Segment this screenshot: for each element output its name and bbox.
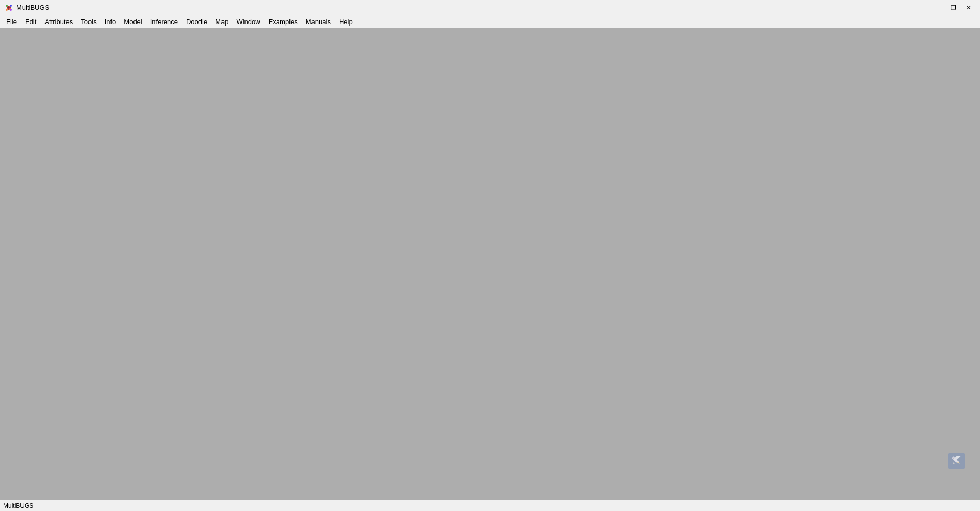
menu-item-doodle[interactable]: Doodle: [182, 16, 211, 27]
status-text: MultiBUGS: [3, 502, 33, 509]
menu-item-map[interactable]: Map: [211, 16, 232, 27]
app-title: MultiBUGS: [16, 4, 49, 11]
status-bar: MultiBUGS: [0, 500, 980, 511]
menu-item-manuals[interactable]: Manuals: [302, 16, 335, 27]
menu-item-file[interactable]: File: [2, 16, 21, 27]
menu-item-attributes[interactable]: Attributes: [40, 16, 77, 27]
main-content: [0, 28, 980, 500]
svg-point-3: [6, 9, 8, 11]
menu-item-examples[interactable]: Examples: [264, 16, 302, 27]
menu-item-tools[interactable]: Tools: [77, 16, 100, 27]
restore-button[interactable]: ❐: [946, 2, 961, 13]
app-icon: [4, 3, 13, 12]
svg-point-4: [10, 9, 12, 11]
menu-bar: FileEditAttributesToolsInfoModelInferenc…: [0, 15, 980, 28]
doodle-tool-icon[interactable]: [948, 453, 965, 469]
menu-item-inference[interactable]: Inference: [146, 16, 182, 27]
minimize-button[interactable]: —: [931, 2, 945, 13]
menu-item-model[interactable]: Model: [120, 16, 146, 27]
svg-point-2: [10, 5, 12, 7]
title-bar: MultiBUGS — ❐ ✕: [0, 0, 980, 15]
title-bar-left: MultiBUGS: [4, 3, 49, 12]
menu-item-info[interactable]: Info: [101, 16, 120, 27]
window-controls: — ❐ ✕: [931, 2, 976, 13]
menu-item-help[interactable]: Help: [335, 16, 357, 27]
menu-item-edit[interactable]: Edit: [21, 16, 40, 27]
menu-item-window[interactable]: Window: [232, 16, 264, 27]
close-button[interactable]: ✕: [962, 2, 976, 13]
svg-point-1: [6, 5, 8, 7]
